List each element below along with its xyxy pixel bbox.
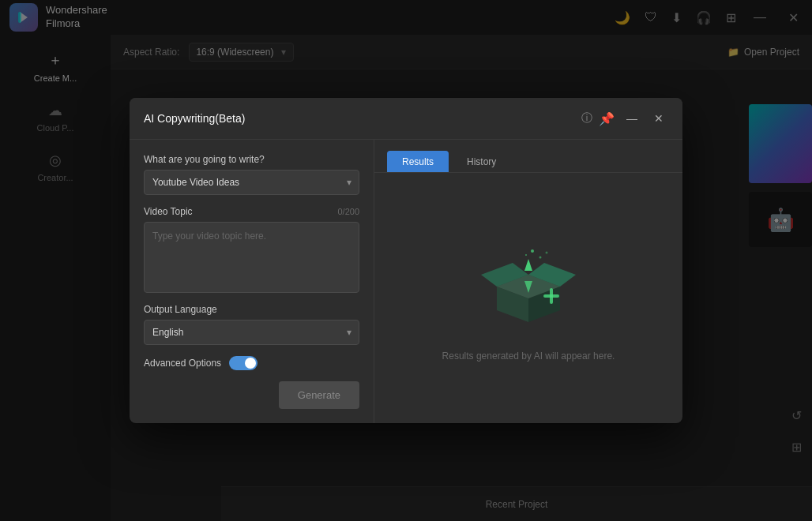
write-type-group: What are you going to write? Youtube Vid… bbox=[144, 154, 359, 195]
write-type-select[interactable]: Youtube Video Ideas Blog Post Social Med… bbox=[144, 170, 359, 195]
empty-state-illustration bbox=[477, 235, 580, 338]
language-select[interactable]: English Spanish French German Chinese bbox=[144, 320, 359, 345]
ai-copywriting-modal: AI Copywriting(Beta) ⓘ 📌 — ✕ What are yo… bbox=[130, 98, 682, 423]
language-label: Output Language bbox=[144, 304, 359, 315]
video-topic-label: Video Topic bbox=[144, 206, 193, 217]
svg-marker-8 bbox=[524, 259, 532, 271]
modal-tabs: Results History bbox=[374, 140, 682, 173]
language-select-wrapper: English Spanish French German Chinese bbox=[144, 320, 359, 345]
results-area: Results generated by AI will appear here… bbox=[374, 173, 682, 423]
svg-rect-11 bbox=[550, 288, 553, 304]
modal-left-panel: What are you going to write? Youtube Vid… bbox=[130, 140, 374, 423]
svg-point-12 bbox=[531, 249, 534, 253]
write-type-select-wrapper: Youtube Video Ideas Blog Post Social Med… bbox=[144, 170, 359, 195]
modal-header: AI Copywriting(Beta) ⓘ 📌 — ✕ bbox=[130, 98, 682, 140]
modal-overlay: AI Copywriting(Beta) ⓘ 📌 — ✕ What are yo… bbox=[0, 0, 812, 521]
results-empty-text: Results generated by AI will appear here… bbox=[442, 350, 615, 362]
tab-history[interactable]: History bbox=[452, 151, 511, 172]
video-topic-header: Video Topic 0/200 bbox=[144, 206, 359, 217]
modal-body: What are you going to write? Youtube Vid… bbox=[130, 140, 682, 423]
modal-right-panel: Results History bbox=[374, 140, 682, 423]
char-count: 0/200 bbox=[337, 207, 359, 216]
language-group: Output Language English Spanish French G… bbox=[144, 304, 359, 345]
advanced-options-toggle[interactable] bbox=[229, 356, 258, 370]
svg-point-15 bbox=[546, 251, 548, 253]
advanced-options-row: Advanced Options bbox=[144, 356, 359, 370]
modal-info-icon[interactable]: ⓘ bbox=[581, 111, 592, 126]
svg-point-14 bbox=[525, 254, 527, 256]
modal-minimize-button[interactable]: — bbox=[622, 109, 641, 128]
modal-close-button[interactable]: ✕ bbox=[649, 109, 668, 128]
write-type-label: What are you going to write? bbox=[144, 154, 359, 165]
video-topic-textarea[interactable] bbox=[144, 222, 359, 293]
modal-title: AI Copywriting(Beta) bbox=[144, 112, 575, 125]
modal-header-actions: 📌 — ✕ bbox=[599, 109, 668, 128]
modal-pin-icon[interactable]: 📌 bbox=[599, 111, 615, 126]
tab-results[interactable]: Results bbox=[387, 151, 449, 172]
advanced-options-label: Advanced Options bbox=[144, 358, 221, 369]
generate-button[interactable]: Generate bbox=[279, 381, 359, 409]
video-topic-group: Video Topic 0/200 bbox=[144, 206, 359, 293]
svg-point-13 bbox=[539, 256, 542, 258]
